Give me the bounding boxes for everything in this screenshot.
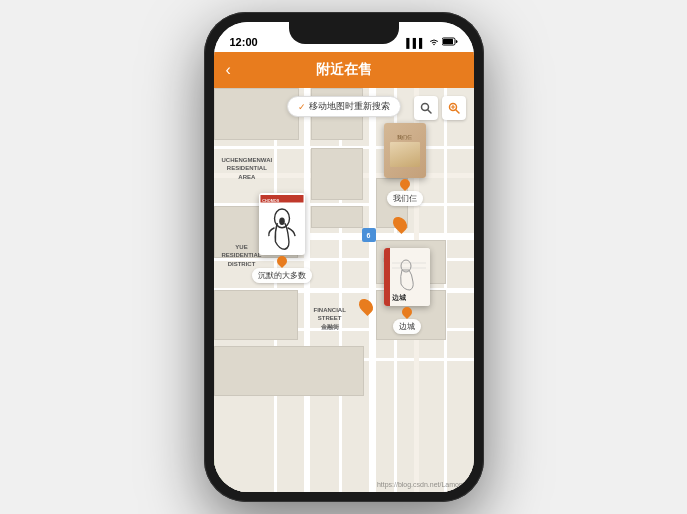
check-icon: ✓ <box>298 102 306 112</box>
orange-pin-2[interactable] <box>394 216 406 232</box>
svg-rect-7 <box>384 248 430 306</box>
pin-dot-3 <box>399 305 413 319</box>
book-label-biancheng: 边城 <box>393 319 421 334</box>
svg-rect-1 <box>443 39 453 44</box>
page-title: 附近在售 <box>316 61 372 79</box>
book-label-womensan: 我们仨 <box>387 191 423 206</box>
city-block-5 <box>311 148 363 200</box>
back-button[interactable]: ‹ <box>226 61 231 79</box>
book-pin-biancheng[interactable]: 边城 边城 <box>384 248 430 334</box>
app-header: ‹ 附近在售 <box>214 52 474 88</box>
signal-icon: ▌▌▌ <box>406 38 425 48</box>
svg-line-14 <box>427 110 431 114</box>
battery-icon <box>442 37 458 48</box>
refresh-map-button[interactable]: ✓ 移动地图时重新搜索 <box>287 96 401 117</box>
book-pin-womensan[interactable]: 我们仨 我们仨 <box>384 123 426 206</box>
district-label-1: UCHENGMENWAIRESIDENTIALAREA <box>222 156 273 181</box>
city-block-13 <box>214 290 298 340</box>
book-cover-biancheng: 边城 <box>384 248 430 306</box>
status-icons: ▌▌▌ <box>406 37 457 48</box>
svg-point-6 <box>279 217 285 224</box>
district-label-3: FINANCIALSTREET金融街 <box>314 306 346 331</box>
road-number-badge: 6 <box>362 228 376 242</box>
orange-pin-1[interactable] <box>360 298 372 314</box>
city-block-1 <box>214 88 299 140</box>
refresh-button-label: 移动地图时重新搜索 <box>309 100 390 113</box>
book-pin-chenmuo[interactable]: CHOMOS 沉默的大多数 <box>252 193 312 283</box>
road-v1 <box>304 88 310 492</box>
phone-frame: 12:00 ▌▌▌ <box>204 12 484 502</box>
city-block-9 <box>311 206 363 228</box>
book-label-chenmuo: 沉默的大多数 <box>252 268 312 283</box>
svg-rect-8 <box>384 248 390 306</box>
watermark-text: https://blog.csdn.net/Lamonlyi <box>377 481 470 488</box>
city-block-16 <box>214 346 364 396</box>
book-cover-chenmuo: CHOMOS <box>259 193 305 255</box>
phone-screen: 12:00 ▌▌▌ <box>214 22 474 492</box>
svg-text:CHOMOS: CHOMOS <box>262 199 279 203</box>
map-container[interactable]: UCHENGMENWAIRESIDENTIALAREA YUERESIDENTI… <box>214 88 474 492</box>
pin-dot-1 <box>397 177 411 191</box>
road-v2 <box>369 88 376 492</box>
book-cover-womensan: 我们仨 <box>384 123 426 178</box>
pin-dot-2 <box>274 254 288 268</box>
svg-text:边城: 边城 <box>392 293 407 301</box>
svg-line-16 <box>455 110 459 114</box>
map-zoom-icon-btn[interactable] <box>442 96 466 120</box>
notch <box>289 22 399 44</box>
map-search-icon-btn[interactable] <box>414 96 438 120</box>
status-time: 12:00 <box>230 36 258 48</box>
wifi-icon <box>429 38 439 48</box>
map-icon-group <box>414 96 466 120</box>
